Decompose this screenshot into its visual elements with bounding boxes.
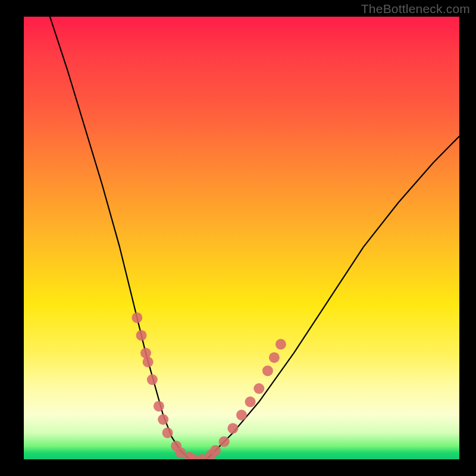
svg-point-2 [140,347,151,358]
svg-point-17 [236,410,247,421]
svg-point-0 [131,312,142,323]
svg-point-16 [227,423,238,434]
svg-point-19 [253,383,264,394]
chart-frame: TheBottleneck.com [0,0,476,476]
svg-point-3 [143,356,154,367]
svg-point-1 [136,330,147,341]
bottleneck-curve [50,17,459,459]
svg-point-7 [162,427,173,438]
watermark-text: TheBottleneck.com [361,2,470,16]
svg-point-14 [210,445,221,456]
svg-point-6 [158,414,168,425]
chart-svg [24,17,459,459]
svg-point-5 [154,401,164,412]
svg-point-15 [219,436,230,447]
svg-point-18 [245,396,256,407]
svg-point-20 [262,365,273,376]
plot-area [24,17,459,459]
svg-point-21 [269,352,280,363]
svg-point-4 [147,374,158,385]
svg-point-22 [275,339,286,350]
